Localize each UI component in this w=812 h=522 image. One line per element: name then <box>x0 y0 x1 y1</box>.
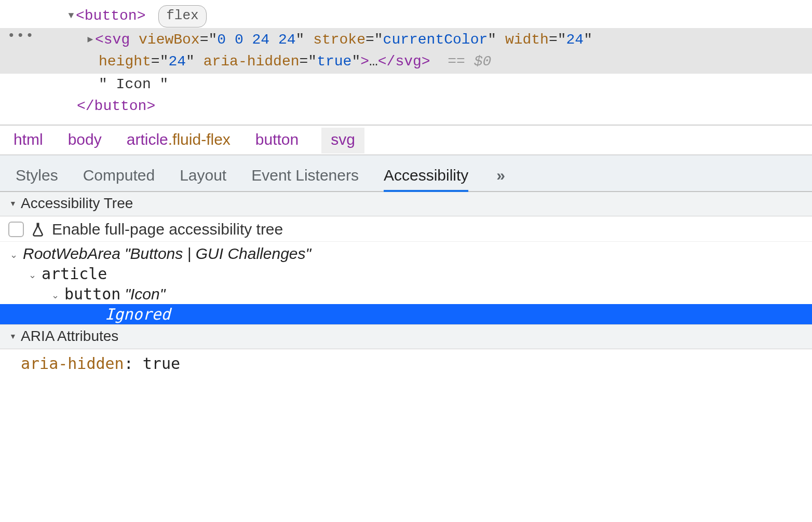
svg-tag-name: svg <box>104 32 130 48</box>
a11y-ignored-label: Ignored <box>105 305 170 323</box>
attr-value: 24 <box>566 32 584 48</box>
chevron-down-icon[interactable]: ⌄ <box>8 249 19 260</box>
collapse-toggle-icon[interactable]: ▼ <box>9 199 17 208</box>
breadcrumb-item-current[interactable]: svg <box>321 128 364 154</box>
dom-node-svg-selected[interactable]: ••• ▶<svg viewBox="0 0 24 24" stroke="cu… <box>0 28 812 74</box>
sidebar-subtabs[interactable]: Styles Computed Layout Event Listeners A… <box>0 155 812 192</box>
checkbox[interactable] <box>8 222 24 237</box>
attr-name: width <box>505 32 549 48</box>
a11y-node-ignored-selected[interactable]: Ignored <box>0 304 812 324</box>
tab-more-icon[interactable]: » <box>496 162 507 191</box>
tab-layout[interactable]: Layout <box>180 162 226 191</box>
attr-value: true <box>317 53 351 70</box>
svg-close-tag: svg <box>395 53 421 70</box>
a11y-role: article <box>42 265 107 283</box>
tab-event-listeners[interactable]: Event Listeners <box>251 162 359 191</box>
attr-value: currentColor <box>383 32 488 48</box>
flex-badge[interactable]: flex <box>158 5 206 28</box>
beaker-icon <box>30 222 46 237</box>
a11y-name: "Buttons | GUI Challenges" <box>125 245 311 263</box>
enable-label: Enable full-page accessibility tree <box>52 221 283 238</box>
attr-value: 0 0 24 24 <box>217 32 295 48</box>
aria-attributes-list: aria-hidden: true <box>0 349 812 388</box>
chevron-down-icon[interactable]: ⌄ <box>27 269 37 281</box>
section-header-aria-attrs[interactable]: ▼ ARIA Attributes <box>0 324 812 349</box>
breadcrumb-item[interactable]: button <box>253 130 301 149</box>
breadcrumb-item[interactable]: article.fluid-flex <box>125 130 233 149</box>
collapse-toggle-icon[interactable]: ▼ <box>9 332 17 340</box>
a11y-name: "Icon" <box>125 285 165 303</box>
selected-ref: == $0 <box>448 53 491 70</box>
a11y-node-article[interactable]: ⌄ article <box>5 264 812 284</box>
a11y-role: RootWebArea <box>23 245 120 263</box>
accessibility-panel: ▼ Accessibility Tree Enable full-page ac… <box>0 192 812 388</box>
attr-name: viewBox <box>139 32 200 48</box>
a11y-node-root[interactable]: ⌄ RootWebArea "Buttons | GUI Challenges" <box>5 244 812 264</box>
breadcrumb[interactable]: html body article.fluid-flex button svg <box>0 125 812 155</box>
expand-toggle-icon[interactable]: ▶ <box>86 33 95 47</box>
a11y-tree[interactable]: ⌄ RootWebArea "Buttons | GUI Challenges"… <box>0 242 812 324</box>
section-header-a11y-tree[interactable]: ▼ Accessibility Tree <box>0 192 812 216</box>
expand-toggle-icon[interactable]: ▼ <box>66 9 76 23</box>
dom-node-button-close: </button> <box>0 95 812 117</box>
breadcrumb-item[interactable]: html <box>11 130 45 149</box>
chevron-down-icon[interactable]: ⌄ <box>50 290 60 301</box>
section-title: Accessibility Tree <box>21 195 133 212</box>
attr-name: stroke <box>313 32 366 48</box>
tab-accessibility[interactable]: Accessibility <box>384 162 468 191</box>
more-actions-icon[interactable]: ••• <box>7 29 35 43</box>
dom-text-node[interactable]: " Icon " <box>0 74 812 95</box>
enable-full-page-a11y-tree-row[interactable]: Enable full-page accessibility tree <box>0 216 812 242</box>
dom-tree-panel[interactable]: ▼<button> flex ••• ▶<svg viewBox="0 0 24… <box>0 0 812 125</box>
collapsed-ellipsis[interactable]: … <box>369 53 378 70</box>
section-title: ARIA Attributes <box>21 328 118 345</box>
attr-name: height <box>99 53 151 70</box>
attr-name: aria-hidden <box>204 53 300 70</box>
attr-value: 24 <box>168 53 186 70</box>
aria-attr-key: aria-hidden <box>21 354 124 373</box>
a11y-node-button[interactable]: ⌄ button "Icon" <box>5 284 812 304</box>
a11y-role: button <box>64 285 120 303</box>
tab-styles[interactable]: Styles <box>16 162 58 191</box>
aria-attr-value: true <box>143 354 180 373</box>
dom-node-button-open[interactable]: ▼<button> flex <box>0 5 812 28</box>
tab-computed[interactable]: Computed <box>83 162 155 191</box>
breadcrumb-item[interactable]: body <box>66 130 104 149</box>
